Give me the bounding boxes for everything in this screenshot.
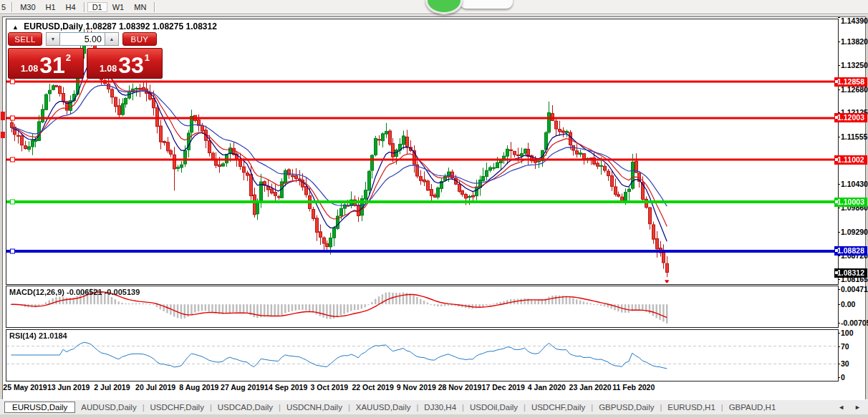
rsi-scale-tick: 100: [841, 329, 854, 337]
chart-tab-bar: EURUSD,DailyAUDUSD,Daily|USDCHF,Daily|US…: [0, 399, 868, 415]
price-tick: 1.13250: [841, 61, 868, 69]
date-tick: 14 Sep 2019: [264, 383, 307, 392]
timeframe-m30[interactable]: M30: [15, 2, 40, 12]
macd-signal-value: -0.005139: [105, 288, 140, 296]
rsi-scale-tick: 0: [841, 373, 845, 381]
chart-window: ▲ EURUSD,Daily 1.08287 1.08392 1.08275 1…: [2, 16, 866, 400]
line-anchor-mark: [1, 132, 5, 138]
rsi-panel: [6, 329, 839, 381]
date-tick: 13 Jun 2019: [47, 383, 90, 392]
timeframe-buttons: M30H1H4D1W1MN: [15, 2, 151, 12]
axis-tick-dash: [838, 289, 840, 290]
title-symbol: EURUSD,Daily: [24, 21, 83, 31]
tab-audusd-daily[interactable]: AUDUSD,Daily: [75, 402, 142, 413]
timeframe-d1[interactable]: D1: [87, 2, 107, 12]
axis-tick-dash: [838, 304, 840, 305]
price-tick: 1.11555: [841, 132, 867, 141]
axis-tick-dash: [838, 65, 840, 66]
tab-scroll-left-icon[interactable]: ◄: [838, 404, 844, 411]
sell-price-prefix: 1.08: [21, 64, 38, 74]
volume-up-icon[interactable]: ▲: [105, 32, 119, 46]
macd-scale-zero: 0.00: [841, 300, 855, 308]
tab-usdoil-daily[interactable]: USDOil,Daily: [464, 402, 524, 413]
badge-handle: [835, 80, 838, 83]
level-price-badge: 1.11002: [834, 155, 867, 165]
level-price-badge: 1.12858: [834, 77, 867, 87]
tab-usdchf-daily[interactable]: USDCHF,Daily: [145, 402, 210, 413]
axis-tick-dash: [838, 333, 840, 334]
timeframe-h1[interactable]: H1: [41, 2, 61, 12]
axis-tick-dash: [838, 279, 840, 280]
tab-usdcad-daily[interactable]: USDCAD,Daily: [212, 402, 279, 413]
tab-scroll-right-icon[interactable]: ►: [854, 404, 861, 411]
level-price-badge: 1.08828: [834, 246, 867, 256]
tab-gbpusd-daily[interactable]: GBPUSD,Daily: [593, 402, 660, 413]
macd-scale-top: 0.004713: [841, 285, 868, 293]
date-tick: 4 Jan 2020: [528, 383, 566, 392]
timeframe-h4[interactable]: H4: [61, 2, 81, 12]
badge-handle: [835, 271, 838, 274]
toolbar-separator: [11, 2, 12, 12]
price-tick: 1.09290: [841, 228, 868, 236]
date-tick: 23 Jan 2020: [569, 383, 612, 392]
date-axis: 25 May 201913 Jun 20192 Jul 201920 Jul 2…: [6, 383, 837, 394]
timeframe-mn[interactable]: MN: [129, 2, 151, 12]
sell-price-box[interactable]: 1.08 31 2: [8, 48, 84, 79]
title-low: 1.08275: [153, 21, 183, 31]
last-price-badge: 1.08312: [834, 268, 867, 278]
title-arrow-icon: ▲: [12, 24, 19, 31]
tab-scroll-buttons: ◄ ►: [838, 404, 861, 411]
rsi-scale-tick: 70: [841, 342, 849, 351]
badge-handle: [835, 249, 838, 252]
axis-tick-dash: [838, 364, 840, 364]
price-tick: 1.13820: [841, 37, 868, 46]
rsi-value: 21.0184: [39, 331, 67, 340]
tab-eurusd-daily[interactable]: EURUSD,Daily: [4, 402, 75, 413]
one-click-trade-panel: SELL ▼ ▲ BUY 1.08 31 2 1.08 33 1: [8, 32, 165, 79]
sell-button[interactable]: SELL: [8, 32, 42, 46]
date-tick: 17 Dec 2019: [482, 383, 525, 392]
volume-down-icon[interactable]: ▼: [46, 32, 60, 46]
axis-tick-dash: [838, 346, 840, 347]
level-price-badge: 1.12003: [834, 113, 867, 122]
buy-price-box[interactable]: 1.08 33 1: [87, 48, 163, 79]
tab-xauusd-daily[interactable]: XAUUSD,Daily: [350, 402, 417, 413]
buy-price-big: 33: [118, 54, 144, 76]
date-tick: 9 Nov 2019: [397, 383, 436, 392]
overlay-pill[interactable]: [460, 0, 513, 9]
badge-handle: [835, 116, 838, 119]
date-tick: 28 Nov 2019: [438, 383, 482, 392]
toolbar-separator: [84, 2, 85, 12]
date-tick: 8 Aug 2019: [179, 383, 218, 392]
toolbar-edge-label: 5: [0, 2, 9, 12]
tab-usdcnh-daily[interactable]: USDCNH,Daily: [281, 402, 348, 413]
tab-dj30-h4[interactable]: DJ30,H4: [418, 402, 462, 413]
rsi-canvas[interactable]: [6, 330, 836, 379]
axis-tick-dash: [838, 89, 840, 90]
tab-usdchf-daily[interactable]: USDCHF,Daily: [526, 402, 591, 413]
title-open: 1.08287: [85, 21, 116, 31]
axis-tick-dash: [838, 184, 840, 185]
price-tick: 1.10430: [841, 180, 868, 188]
volume-stepper: ▼ ▲: [46, 32, 119, 46]
buy-price-prefix: 1.08: [100, 64, 117, 74]
macd-scale-bottom: -0.007056: [841, 319, 868, 327]
tab-eurusd-h1[interactable]: EURUSD,H1: [662, 402, 720, 413]
buy-button[interactable]: BUY: [122, 32, 157, 46]
sell-price-pip: 2: [66, 52, 71, 63]
rsi-scale-tick: 30: [841, 359, 849, 368]
date-tick: 25 May 2019: [3, 383, 47, 392]
price-axis: 1.143901.138201.132501.126801.121251.115…: [838, 17, 865, 399]
price-tick: 1.14390: [841, 16, 868, 25]
rsi-label: RSI(14) 21.0184: [9, 331, 67, 340]
date-tick: 20 Jul 2019: [135, 383, 175, 392]
title-close: 1.08312: [186, 21, 217, 31]
badge-handle: [835, 200, 838, 203]
badge-handle: [835, 158, 838, 161]
volume-input[interactable]: [60, 32, 105, 46]
terminal-window: 5 M30H1H4D1W1MN ▲ EURUSD,Daily 1.08287 1…: [0, 0, 868, 418]
date-tick: 11 Feb 2020: [612, 383, 655, 392]
tab-gbpaud-h1[interactable]: GBPAUD,H1: [723, 402, 782, 413]
axis-tick-dash: [838, 208, 840, 208]
timeframe-w1[interactable]: W1: [107, 2, 130, 12]
